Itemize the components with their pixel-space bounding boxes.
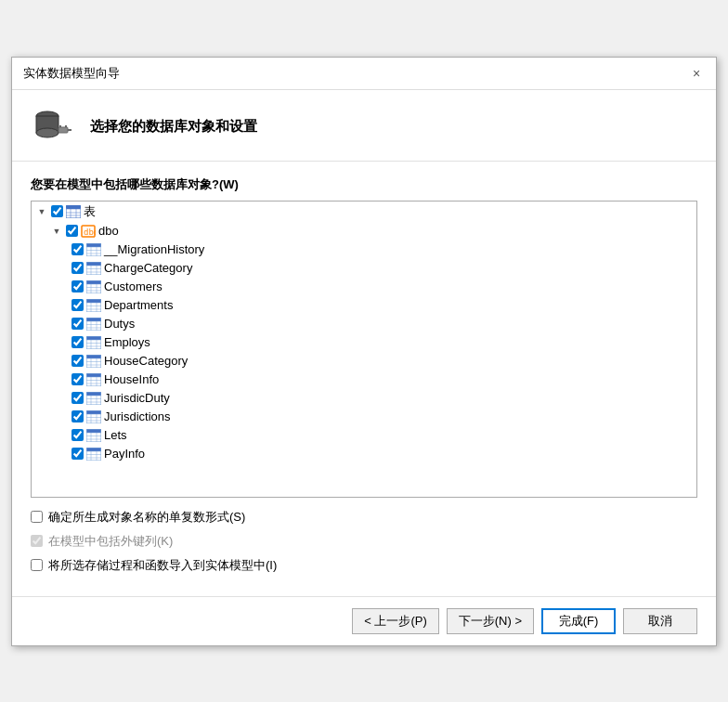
list-item[interactable]: HouseCategory	[32, 352, 696, 370]
checkbox-Lets[interactable]	[72, 429, 84, 441]
list-item[interactable]: ChargeCategory	[32, 259, 696, 278]
svg-rect-79	[86, 410, 101, 414]
label-singular-plural: 确定所生成对象名称的单复数形式(S)	[48, 509, 245, 526]
checkbox-foreign-keys	[31, 535, 43, 547]
label-Jurisdictions: Jurisdictions	[104, 410, 171, 423]
label-Employs: Employs	[104, 335, 150, 349]
list-item[interactable]: Employs	[32, 333, 696, 352]
finish-button[interactable]: 完成(F)	[541, 608, 616, 634]
list-item[interactable]: Dutys	[32, 315, 696, 333]
svg-rect-3	[58, 127, 68, 133]
title-bar: 实体数据模型向导 ×	[12, 58, 716, 90]
label-foreign-keys: 在模型中包括外键列(K)	[48, 533, 173, 550]
header-title: 选择您的数据库对象和设置	[90, 118, 257, 136]
checkbox-Employs[interactable]	[72, 336, 84, 348]
checkbox-Jurisdictions[interactable]	[72, 410, 84, 422]
option-singular-plural: 确定所生成对象名称的单复数形式(S)	[31, 509, 697, 526]
footer: < 上一步(P) 下一步(N) > 完成(F) 取消	[12, 596, 716, 645]
svg-rect-86	[86, 429, 101, 433]
table-icon-ChargeCategory	[86, 261, 101, 276]
label-stored-procs: 将所选存储过程和函数导入到实体模型中(I)	[48, 557, 277, 574]
checkbox-stored-procs[interactable]	[31, 559, 43, 571]
list-item[interactable]: Lets	[32, 426, 696, 445]
table-icon-Customers	[86, 280, 101, 294]
option-stored-procs: 将所选存储过程和函数导入到实体模型中(I)	[31, 557, 697, 574]
svg-rect-37	[86, 299, 101, 303]
checkbox-Departments[interactable]	[72, 299, 84, 311]
svg-rect-58	[86, 355, 101, 358]
table-icon-MigrationHistory	[86, 242, 101, 257]
checkbox-MigrationHistory[interactable]	[72, 243, 84, 255]
root-label: 表	[84, 203, 96, 220]
tree-root[interactable]: ▼ 表	[32, 202, 696, 222]
svg-rect-23	[86, 262, 101, 266]
checkbox-root[interactable]	[51, 205, 63, 217]
dialog-title: 实体数据模型向导	[23, 65, 120, 82]
label-ChargeCategory: ChargeCategory	[104, 261, 192, 275]
table-icon-Jurisdictions	[86, 410, 101, 424]
close-button[interactable]: ×	[688, 65, 705, 82]
dbo-icon: dbo	[81, 224, 96, 239]
label-HouseInfo: HouseInfo	[104, 372, 159, 386]
table-icon-JurisdicDuty	[86, 391, 101, 406]
label-Departments: Departments	[104, 298, 173, 312]
svg-rect-72	[86, 392, 101, 396]
table-icon-HouseInfo	[86, 372, 101, 387]
header-section: 选择您的数据库对象和设置	[12, 90, 716, 162]
main-dialog: 实体数据模型向导 × 选择您的数据库对象和设置 您要在模型中包括哪些数据库对象?…	[11, 57, 717, 646]
content-area: 您要在模型中包括哪些数据库对象?(W) ▼	[12, 162, 716, 589]
svg-rect-30	[86, 280, 101, 284]
table-icon-PayInfo	[86, 447, 101, 462]
tree-dbo[interactable]: ▼ dbo dbo	[32, 222, 696, 240]
options-section: 确定所生成对象名称的单复数形式(S) 在模型中包括外键列(K) 将所选存储过程和…	[31, 509, 697, 574]
table-icon-Lets	[86, 428, 101, 443]
table-icon-HouseCategory	[86, 354, 101, 369]
list-item[interactable]: JurisdicDuty	[32, 389, 696, 408]
checkbox-JurisdicDuty[interactable]	[72, 392, 84, 404]
label-HouseCategory: HouseCategory	[104, 354, 188, 368]
tree-container[interactable]: ▼ 表 ▼	[31, 201, 697, 498]
label-Dutys: Dutys	[104, 317, 135, 331]
section-label: 您要在模型中包括哪些数据库对象?(W)	[31, 176, 697, 193]
list-item[interactable]: Customers	[32, 278, 696, 296]
cancel-button[interactable]: 取消	[623, 608, 697, 634]
label-Customers: Customers	[104, 280, 162, 293]
back-button[interactable]: < 上一步(P)	[352, 608, 439, 634]
table-icon-Departments	[86, 298, 101, 313]
table-icon-Employs	[86, 335, 101, 350]
label-MigrationHistory: __MigrationHistory	[104, 242, 204, 256]
label-Lets: Lets	[104, 428, 127, 442]
list-item[interactable]: HouseInfo	[32, 370, 696, 389]
list-item[interactable]: Departments	[32, 296, 696, 315]
svg-rect-51	[86, 336, 101, 340]
checkbox-singular-plural[interactable]	[31, 511, 43, 523]
table-group-icon	[66, 204, 81, 219]
dbo-label: dbo	[98, 224, 119, 238]
svg-text:dbo: dbo	[84, 228, 96, 237]
label-JurisdicDuty: JurisdicDuty	[104, 391, 170, 405]
expand-dbo-icon[interactable]: ▼	[50, 225, 63, 238]
label-PayInfo: PayInfo	[104, 447, 145, 461]
next-button[interactable]: 下一步(N) >	[447, 608, 534, 634]
checkbox-PayInfo[interactable]	[72, 448, 84, 460]
expand-root-icon[interactable]: ▼	[35, 205, 48, 218]
checkbox-Customers[interactable]	[72, 280, 84, 292]
option-foreign-keys: 在模型中包括外键列(K)	[31, 533, 697, 550]
svg-point-2	[36, 128, 58, 137]
svg-rect-93	[86, 448, 101, 451]
svg-rect-16	[86, 243, 101, 247]
list-item[interactable]: __MigrationHistory	[32, 240, 696, 259]
checkbox-ChargeCategory[interactable]	[72, 262, 84, 274]
table-icon-Dutys	[86, 317, 101, 332]
svg-rect-7	[66, 205, 81, 209]
list-item[interactable]: PayInfo	[32, 445, 696, 463]
list-item[interactable]: Jurisdictions	[32, 408, 696, 426]
svg-rect-44	[86, 318, 101, 321]
checkbox-dbo[interactable]	[66, 225, 78, 237]
checkbox-HouseCategory[interactable]	[72, 355, 84, 367]
wizard-icon	[31, 105, 75, 150]
svg-rect-65	[86, 373, 101, 377]
checkbox-HouseInfo[interactable]	[72, 373, 84, 385]
checkbox-Dutys[interactable]	[72, 318, 84, 330]
